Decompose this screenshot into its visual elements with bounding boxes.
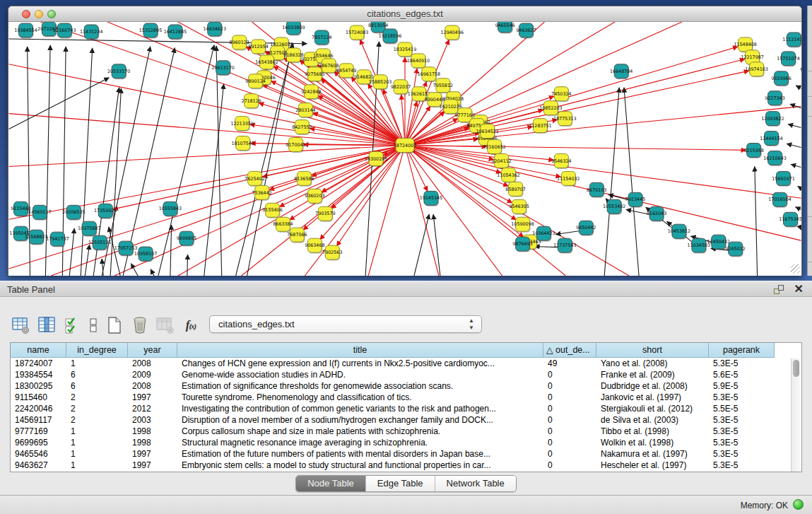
graph-node[interactable]: 11431234 <box>80 25 102 40</box>
graph-node[interactable]: 10555843 <box>159 201 182 216</box>
new-table-icon[interactable] <box>105 315 124 335</box>
graph-node[interactable]: 8960123 <box>229 35 249 50</box>
graph-node[interactable]: 7687066 <box>287 228 307 243</box>
graph-node[interactable]: 12093822 <box>761 112 784 127</box>
table-row[interactable]: 946554611997Estimation of the future num… <box>11 448 801 460</box>
graph-node[interactable]: 7902563 <box>322 245 342 260</box>
graph-node[interactable]: 7625402 <box>245 171 264 186</box>
table-row[interactable]: 977716911998Corpus callosum shape and si… <box>11 426 801 437</box>
graph-node[interactable]: 7450324 <box>551 87 571 102</box>
select-columns-icon[interactable] <box>37 315 57 335</box>
graph-node[interactable]: 10453812 <box>668 224 690 239</box>
graph-node[interactable]: 9227343 <box>765 91 784 106</box>
float-panel-icon[interactable] <box>774 285 784 294</box>
table-row[interactable]: 946362711997Embryonic stem cells: a mode… <box>11 460 801 471</box>
graph-node[interactable]: 11737543 <box>553 238 576 253</box>
graph-node[interactable]: 16412885 <box>164 25 187 40</box>
graph-node[interactable]: 11154032 <box>557 171 579 186</box>
graph-node[interactable]: 19384554 <box>14 23 37 38</box>
graph-node[interactable]: 17016504 <box>768 192 791 207</box>
scrollbar-thumb[interactable] <box>793 360 799 377</box>
graph-node[interactable]: 16033809 <box>282 22 305 35</box>
column-header-year[interactable]: year <box>128 343 177 358</box>
tab-edge-table[interactable]: Edge Table <box>366 476 435 491</box>
graph-node[interactable]: 14634623 <box>204 22 226 37</box>
graph-node[interactable]: 7857224 <box>312 30 331 45</box>
graph-node[interactable]: 9245012 <box>725 242 745 257</box>
graph-node[interactable]: 7955812 <box>433 78 453 93</box>
close-panel-icon[interactable]: ✕ <box>794 283 804 296</box>
graph-node[interactable]: 11054362 <box>497 168 519 182</box>
network-window[interactable]: citations_edges.txt 89601238912954182260… <box>8 6 802 276</box>
graph-node[interactable]: 9876493 <box>512 237 532 252</box>
graph-node[interactable]: 9450442 <box>576 221 596 235</box>
graph-node[interactable]: 10553402 <box>603 199 625 214</box>
graph-node[interactable]: 9546305 <box>509 199 529 214</box>
column-header-title[interactable]: title <box>177 343 543 358</box>
table-row[interactable]: 1872400712008Changes of HCN gene express… <box>11 358 801 369</box>
graph-node[interactable]: 10958107 <box>134 247 157 262</box>
table-settings-icon[interactable] <box>11 315 31 335</box>
graph-node[interactable]: 9170042 <box>286 138 305 153</box>
graph-node[interactable]: 15692971 <box>772 171 794 186</box>
graph-node[interactable]: 8912954 <box>248 40 268 54</box>
delete-table-icon[interactable] <box>155 315 175 335</box>
graph-node[interactable]: 16648784 <box>610 64 632 79</box>
graph-node[interactable]: 7913445 <box>625 192 645 207</box>
column-header-pagerank[interactable]: pagerank <box>709 343 775 358</box>
graph-node[interactable]: 17942737 <box>46 232 69 247</box>
graph-node[interactable]: 9463627 <box>516 23 536 38</box>
graph-node[interactable]: 9242848 <box>301 85 321 100</box>
graph-node[interactable]: 9890124 <box>245 74 265 89</box>
graph-node[interactable]: 2718126 <box>241 94 261 109</box>
column-header-name[interactable]: name <box>11 343 66 358</box>
table-row[interactable]: 1938455462009Genome-wide association stu… <box>11 369 801 380</box>
graph-node[interactable]: 11121432 <box>782 33 801 47</box>
graph-node[interactable]: 9546324 <box>551 153 571 168</box>
graph-node[interactable]: 12213359 <box>230 117 253 132</box>
graph-node[interactable]: 2803144 <box>295 103 315 118</box>
tab-node-table[interactable]: Node Table <box>296 476 366 491</box>
graph-node[interactable]: 20533170 <box>107 64 130 79</box>
function-builder-icon[interactable]: f(x) <box>181 315 201 335</box>
graph-node[interactable]: 18724007 <box>394 139 416 153</box>
graph-node[interactable]: 8679193 <box>587 182 606 197</box>
graph-node[interactable]: 9162043 <box>647 206 666 221</box>
graph-node[interactable]: 8136586 <box>294 171 314 186</box>
graph-node[interactable]: 18107545 <box>231 136 254 151</box>
table-selector-combobox[interactable]: citations_edges.txt ▲▼ <box>209 315 482 333</box>
table-row[interactable]: 1456911722003Disruption of a novel membe… <box>11 414 801 426</box>
graph-node[interactable]: 9699695 <box>177 231 196 246</box>
graph-node[interactable]: 11675345 <box>779 212 801 227</box>
window-resize-grip[interactable] <box>791 264 800 274</box>
graph-node[interactable]: 8215958 <box>743 144 763 158</box>
graph-node[interactable]: 8589707 <box>505 182 525 197</box>
table-row[interactable]: 1830029562008Estimation of significance … <box>11 380 801 392</box>
graph-node[interactable]: 20206535 <box>62 205 85 220</box>
merge-icon[interactable] <box>88 315 99 335</box>
column-header-short[interactable]: short <box>596 343 709 358</box>
graph-node[interactable]: 8427552 <box>292 120 312 135</box>
graph-node[interactable]: 7903579 <box>315 206 335 221</box>
graph-node[interactable]: 9329966 <box>771 71 791 86</box>
graph-node[interactable]: 15751074 <box>777 52 799 66</box>
vertical-scrollbar[interactable] <box>791 358 801 472</box>
tab-network-table[interactable]: Network Table <box>435 476 516 491</box>
graph-node[interactable]: 12940496 <box>441 25 464 40</box>
graph-node[interactable]: 9465546 <box>495 22 514 33</box>
select-rows-icon[interactable] <box>62 315 82 335</box>
graph-node[interactable]: 10975887 <box>78 221 100 236</box>
graph-node[interactable]: 9155406 <box>262 203 282 218</box>
graph-node[interactable]: 12444154 <box>760 132 782 146</box>
column-header-in_degree[interactable]: in_degree <box>66 343 128 358</box>
graph-node[interactable]: 16210643 <box>763 151 786 165</box>
graph-node[interactable]: 15724083 <box>346 25 368 40</box>
graph-node[interactable]: 14569117 <box>28 205 51 220</box>
graph-node[interactable]: 19145345 <box>420 191 442 206</box>
table-row[interactable]: 911546021997Tourette syndrome. Phenomeno… <box>11 392 801 403</box>
network-canvas[interactable]: 8960123891295418226058912750881863281654… <box>8 22 801 276</box>
graph-node[interactable]: 9360203 <box>305 189 324 204</box>
delete-icon[interactable] <box>130 315 150 335</box>
graph-node[interactable]: 18300295 <box>365 151 387 166</box>
table-row[interactable]: 2242004622012Investigating the contribut… <box>11 403 801 414</box>
